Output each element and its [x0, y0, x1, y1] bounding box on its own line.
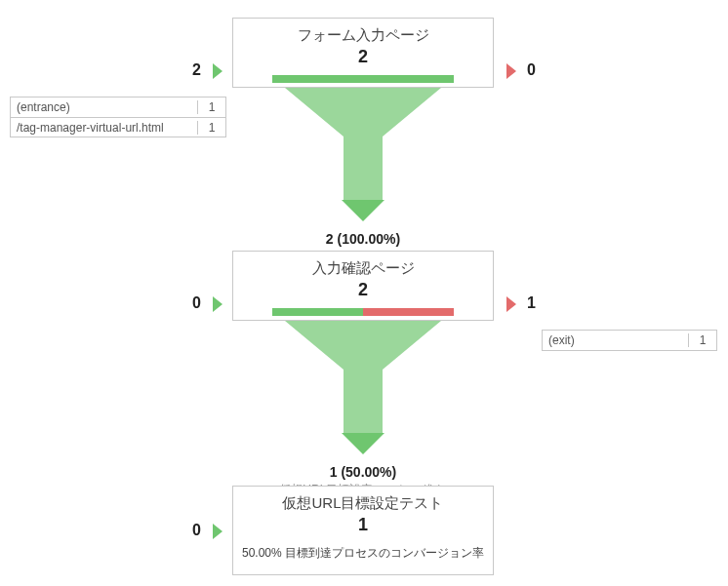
goal-footer: 50.00% 目標到達プロセスのコンバージョン率 [233, 535, 493, 569]
step-2-bar-proceed [272, 308, 363, 316]
dropoff-arrow-icon [506, 63, 516, 79]
step-2-exits-table: (exit) 1 [542, 330, 717, 351]
goal-title: 仮想URL目標設定テスト [233, 487, 493, 513]
table-row[interactable]: (exit) 1 [543, 331, 716, 350]
goal-card[interactable]: 仮想URL目標設定テスト 1 50.00% 目標到達プロセスのコンバージョン率 [232, 486, 494, 575]
table-row[interactable]: /tag-manager-virtual-url.html 1 [11, 117, 225, 137]
source-name: (entrance) [11, 100, 197, 114]
step-1-dropoff-count: 0 [527, 61, 536, 79]
dropoff-arrow-icon [506, 296, 516, 312]
source-value: 1 [197, 121, 225, 135]
table-row[interactable]: (entrance) 1 [11, 98, 225, 117]
step-2-entrances-count: 0 [192, 294, 201, 312]
source-name: /tag-manager-virtual-url.html [11, 121, 197, 135]
step-count-2: 2 [233, 278, 493, 300]
step-1-entrances-count: 2 [192, 61, 201, 79]
funnel-2-line: 1 (50.00%) [251, 464, 475, 480]
step-1-sources-table: (entrance) 1 /tag-manager-virtual-url.ht… [10, 97, 226, 137]
step-1-bar [272, 75, 454, 83]
funnel-1-line: 2 (100.00%) [251, 231, 475, 247]
funnel-canvas: フォーム入力ページ 2 2 0 (entrance) 1 /tag-manage… [0, 0, 728, 586]
funnel-graphic-1: 2 (100.00%) 入力確認ページ に進む [251, 88, 475, 265]
entrance-arrow-icon [213, 296, 222, 312]
funnel-svg [251, 321, 475, 457]
step-2-dropoff-count: 1 [527, 294, 536, 312]
step-2-bar [272, 308, 454, 316]
source-value: 1 [197, 100, 225, 114]
entrance-arrow-icon [213, 63, 222, 79]
funnel-svg [251, 88, 475, 224]
entrance-arrow-icon [213, 524, 222, 539]
step-2-bar-drop [363, 308, 454, 316]
goal-count: 1 [233, 513, 493, 535]
step-title-1: フォーム入力ページ [233, 19, 493, 45]
exit-value: 1 [688, 333, 716, 347]
goal-entrances-count: 0 [192, 522, 201, 539]
step-card-2[interactable]: 入力確認ページ 2 [232, 251, 494, 321]
funnel-graphic-2: 1 (50.00%) 仮想URL目標設定テスト に進む [251, 321, 475, 498]
step-1-bar-proceed [272, 75, 454, 83]
step-card-1[interactable]: フォーム入力ページ 2 [232, 18, 494, 88]
step-title-2: 入力確認ページ [233, 252, 493, 278]
exit-name: (exit) [543, 333, 688, 347]
step-count-1: 2 [233, 45, 493, 67]
